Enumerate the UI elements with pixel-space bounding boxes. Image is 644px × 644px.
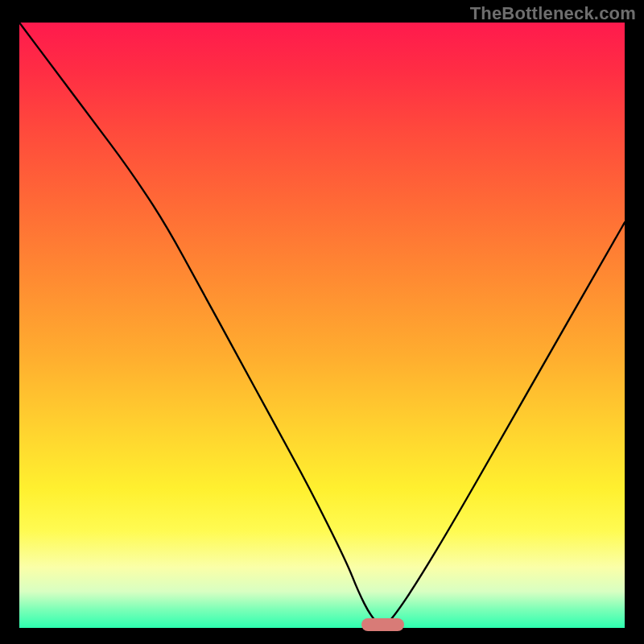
bottleneck-curve: [19, 23, 625, 628]
chart-stage: TheBottleneck.com: [0, 0, 644, 644]
optimal-marker: [361, 618, 404, 631]
watermark-text: TheBottleneck.com: [470, 3, 636, 24]
plot-area: [19, 23, 625, 628]
